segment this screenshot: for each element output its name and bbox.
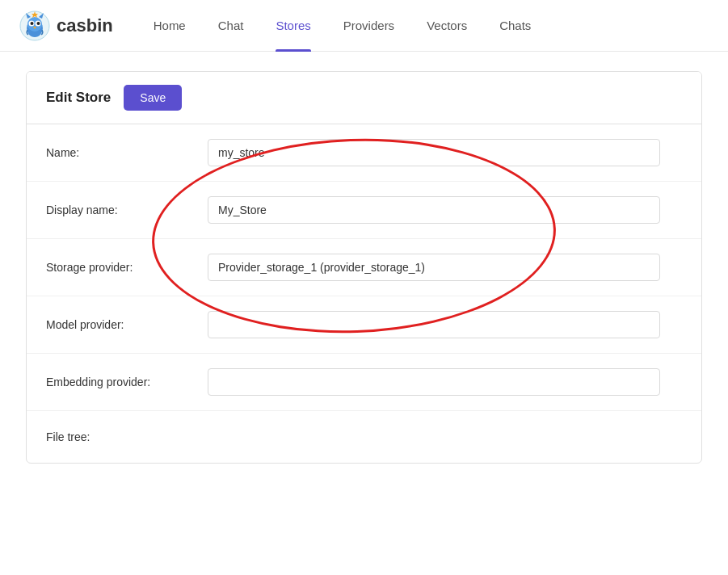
input-embedding-provider[interactable] [208, 368, 660, 396]
form-row-storage-provider: Storage provider: [27, 239, 701, 296]
logo-icon [19, 10, 50, 41]
form-row-name: Name: [27, 124, 701, 182]
label-file-tree: File tree: [46, 430, 208, 443]
form-row-embedding-provider: Embedding provider: [27, 354, 701, 411]
nav-item-home[interactable]: Home [139, 0, 200, 52]
label-model-provider: Model provider: [46, 318, 208, 331]
form-row-display-name: Display name: [27, 182, 701, 239]
form-row-file-tree: File tree: [27, 411, 701, 463]
svg-point-8 [37, 22, 40, 25]
edit-store-card: Edit Store Save Name: Display name: Stor… [26, 71, 702, 464]
form-body: Name: Display name: Storage provider: Mo… [27, 124, 701, 463]
label-name: Name: [46, 146, 208, 159]
input-name[interactable] [208, 139, 660, 166]
card-header: Edit Store Save [27, 72, 701, 124]
input-model-provider[interactable] [208, 311, 660, 338]
nav-item-chat[interactable]: Chat [204, 0, 259, 52]
nav-item-stores[interactable]: Stores [261, 0, 325, 52]
form-row-model-provider: Model provider: [27, 296, 701, 354]
label-embedding-provider: Embedding provider: [46, 376, 208, 388]
nav-item-providers[interactable]: Providers [329, 0, 409, 52]
main-nav: Home Chat Stores Providers Vectors Chats [139, 0, 546, 51]
card-title: Edit Store [46, 90, 111, 106]
logo-text: casbin [57, 15, 113, 36]
nav-item-vectors[interactable]: Vectors [412, 0, 482, 52]
nav-item-chats[interactable]: Chats [485, 0, 545, 52]
main-content: Edit Store Save Name: Display name: Stor… [0, 52, 728, 483]
header: casbin Home Chat Stores Providers Vector… [0, 0, 728, 52]
input-storage-provider[interactable] [208, 254, 660, 281]
save-button[interactable]: Save [124, 85, 182, 111]
logo[interactable]: casbin [19, 10, 113, 41]
input-display-name[interactable] [208, 196, 660, 224]
label-display-name: Display name: [46, 204, 208, 216]
label-storage-provider: Storage provider: [46, 261, 208, 274]
svg-point-7 [31, 22, 34, 25]
